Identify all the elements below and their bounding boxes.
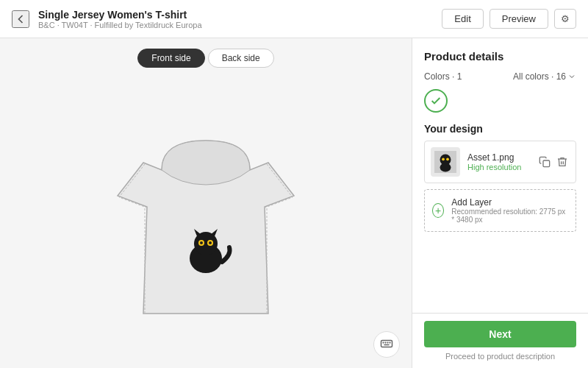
back-button[interactable]	[12, 10, 29, 28]
colors-count: Colors · 1	[424, 71, 462, 82]
right-panel: Product details Colors · 1 All colors · …	[412, 38, 588, 368]
asset-thumbnail	[431, 147, 460, 177]
asset-status: High resolution	[467, 163, 530, 171]
header: Single Jersey Women's T-shirt B&C · TW04…	[0, 0, 588, 38]
asset-preview	[434, 151, 456, 173]
svg-rect-19	[543, 160, 550, 167]
right-panel-content: Product details Colors · 1 All colors · …	[412, 38, 588, 313]
asset-name: Asset 1.png	[467, 152, 530, 163]
right-footer: Next Proceed to product description	[412, 313, 588, 368]
gear-icon: ⚙	[561, 13, 570, 24]
footer-hint: Proceed to product description	[424, 352, 576, 361]
asset-row: Asset 1.png High resolution	[424, 141, 576, 183]
keyboard-button[interactable]	[373, 331, 400, 358]
colors-row: Colors · 1 All colors · 16	[424, 71, 576, 82]
add-layer-row[interactable]: + Add Layer Recommended resolution: 2775…	[424, 189, 576, 232]
tshirt-svg	[103, 100, 309, 336]
keyboard-icon	[380, 337, 393, 353]
front-side-tab[interactable]: Front side	[137, 49, 204, 68]
side-tabs: Front side Back side	[137, 49, 273, 68]
preview-button[interactable]: Preview	[490, 9, 548, 29]
product-title: Single Jersey Women's T-shirt	[38, 9, 202, 21]
trash-icon	[556, 156, 568, 168]
asset-info: Asset 1.png High resolution	[467, 152, 530, 171]
add-layer-plus-icon: +	[432, 203, 444, 218]
add-layer-label: Add Layer	[451, 197, 568, 208]
svg-point-6	[200, 241, 203, 244]
canvas-panel: Front side Back side	[0, 38, 412, 368]
back-side-tab[interactable]: Back side	[208, 49, 274, 68]
asset-actions	[537, 155, 570, 169]
main-layout: Front side Back side	[0, 38, 588, 368]
all-colors-dropdown[interactable]: All colors · 16	[513, 71, 576, 82]
tshirt-container	[0, 68, 412, 368]
settings-button[interactable]: ⚙	[554, 9, 576, 29]
svg-rect-8	[381, 340, 392, 347]
delete-asset-button[interactable]	[555, 155, 570, 169]
copy-icon	[539, 156, 551, 168]
edit-button[interactable]: Edit	[442, 9, 483, 29]
copy-asset-button[interactable]	[537, 155, 552, 169]
svg-point-17	[442, 158, 445, 160]
tshirt-wrapper	[103, 100, 309, 336]
chevron-down-icon	[567, 72, 576, 81]
add-layer-hint: Recommended resolution: 2775 px * 3480 p…	[451, 208, 568, 224]
your-design-title: Your design	[424, 123, 576, 135]
product-subtitle: B&C · TW04T · Fulfilled by Textildruck E…	[38, 21, 202, 29]
product-details-title: Product details	[424, 50, 576, 63]
svg-point-18	[446, 158, 449, 160]
add-layer-info: Add Layer Recommended resolution: 2775 p…	[451, 197, 568, 224]
next-button[interactable]: Next	[424, 321, 576, 347]
color-swatch-selected[interactable]	[424, 89, 448, 113]
svg-point-16	[440, 163, 451, 172]
header-title: Single Jersey Women's T-shirt B&C · TW04…	[38, 9, 202, 29]
checkmark-icon	[430, 95, 442, 107]
header-actions: Edit Preview ⚙	[442, 9, 576, 29]
svg-point-7	[209, 241, 212, 244]
